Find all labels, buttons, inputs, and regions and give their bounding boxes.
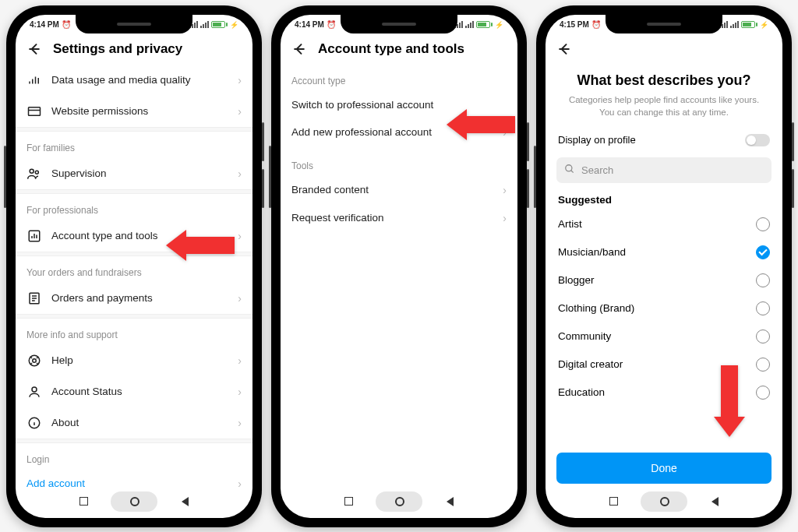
chart-box-icon [26, 228, 42, 244]
radio-unchecked-icon[interactable] [756, 273, 770, 287]
menu-supervision[interactable]: Supervision › [16, 158, 252, 189]
screen-subheading: Categories help people find accounts lik… [563, 93, 765, 118]
category-item[interactable]: Clothing (Brand) [546, 294, 782, 322]
radio-checked-icon[interactable] [756, 245, 770, 259]
menu-help[interactable]: Help › [16, 345, 252, 376]
side-button [792, 169, 794, 208]
category-label: Artist [558, 218, 582, 230]
category-label: Digital creator [558, 358, 623, 370]
nav-home-icon[interactable] [660, 497, 669, 506]
menu-data-usage[interactable]: Data usage and media quality › [16, 65, 252, 96]
back-button[interactable] [556, 41, 572, 57]
alarm-icon: ⏰ [591, 20, 601, 29]
menu-website-permissions[interactable]: Website permissions › [16, 96, 252, 127]
menu-about[interactable]: About › [16, 407, 252, 439]
alarm-icon: ⏰ [62, 20, 71, 29]
nav-home-icon[interactable] [130, 497, 139, 506]
radio-unchecked-icon[interactable] [756, 386, 770, 400]
side-button [269, 146, 271, 208]
menu-branded-content[interactable]: Branded content › [281, 176, 517, 204]
toggle-label: Display on profile [558, 134, 636, 146]
signal-icon [465, 21, 474, 28]
android-nav-bar [281, 488, 517, 515]
charging-icon: ⚡ [760, 21, 768, 29]
category-list: ArtistMusician/bandBloggerClothing (Bran… [546, 210, 782, 407]
back-button[interactable] [291, 41, 307, 57]
app-header: Settings and privacy [16, 35, 252, 65]
signal-icon [730, 21, 739, 28]
phone-notch [606, 15, 722, 33]
menu-label: Website permissions [51, 105, 228, 117]
status-time: 4:15 PM [560, 20, 589, 29]
nav-home-icon[interactable] [395, 497, 404, 506]
nav-back-icon[interactable] [182, 497, 189, 506]
section-more-info: More info and support [16, 319, 252, 345]
nav-back-icon[interactable] [711, 497, 719, 506]
android-nav-bar [546, 488, 782, 515]
nav-recents-icon[interactable] [344, 497, 353, 506]
svg-point-9 [566, 164, 572, 171]
chevron-right-icon: › [238, 417, 242, 429]
back-button[interactable] [26, 41, 42, 57]
category-item[interactable]: Artist [546, 210, 782, 238]
category-label: Community [558, 330, 611, 342]
svg-point-1 [30, 169, 34, 173]
chevron-right-icon: › [238, 167, 242, 180]
menu-label: About [51, 417, 228, 428]
radio-unchecked-icon[interactable] [756, 358, 770, 372]
menu-account-status[interactable]: Account Status › [16, 376, 252, 407]
menu-label: Orders and payments [51, 292, 228, 304]
help-icon [26, 353, 42, 368]
done-button[interactable]: Done [556, 453, 772, 484]
side-button [262, 122, 264, 161]
category-item[interactable]: Musician/band [546, 238, 782, 266]
category-item[interactable]: Blogger [546, 266, 782, 294]
phone-notch [76, 15, 192, 33]
android-nav-bar [16, 488, 252, 515]
side-button [4, 146, 6, 208]
section-tools: Tools [281, 146, 517, 176]
radio-unchecked-icon[interactable] [756, 217, 770, 231]
app-header: Account type and tools [281, 35, 517, 65]
person-icon [26, 384, 42, 400]
app-header [546, 35, 782, 57]
svg-point-7 [32, 387, 37, 392]
battery-icon [741, 21, 757, 28]
category-item[interactable]: Community [546, 322, 782, 351]
suggested-label: Suggested [546, 186, 782, 210]
menu-request-verification[interactable]: Request verification › [281, 204, 517, 232]
chevron-right-icon: › [503, 212, 507, 224]
radio-unchecked-icon[interactable] [756, 301, 770, 315]
charging-icon: ⚡ [230, 21, 238, 29]
search-input[interactable]: Search [556, 157, 772, 183]
people-icon [26, 166, 42, 181]
nav-back-icon[interactable] [447, 497, 454, 506]
menu-orders-payments[interactable]: Orders and payments › [16, 283, 252, 314]
nav-recents-icon[interactable] [609, 497, 618, 506]
category-label: Clothing (Brand) [558, 302, 634, 314]
menu-label: Branded content [291, 184, 503, 196]
side-button [792, 122, 794, 161]
chevron-right-icon: › [503, 184, 507, 196]
status-time: 4:14 PM [30, 20, 59, 29]
section-families: For families [16, 132, 252, 158]
chevron-right-icon: › [238, 354, 242, 367]
info-icon [26, 415, 42, 431]
chevron-right-icon: › [238, 105, 242, 118]
status-time: 4:14 PM [295, 20, 324, 29]
category-item[interactable]: Education [546, 379, 782, 407]
search-placeholder: Search [581, 164, 613, 176]
menu-add-account[interactable]: Add account › [16, 470, 252, 488]
section-professionals: For professionals [16, 194, 252, 220]
section-account-type: Account type [281, 65, 517, 91]
chevron-right-icon: › [238, 292, 242, 305]
menu-label: Supervision [51, 167, 228, 179]
phone-frame-1: 4:14 PM ⏰ ⚡ Settings and privacy [6, 5, 262, 527]
charging-icon: ⚡ [495, 21, 503, 29]
page-title: Account type and tools [318, 41, 464, 57]
display-on-profile-toggle[interactable] [745, 134, 770, 146]
nav-recents-icon[interactable] [79, 497, 88, 506]
annotation-arrow [447, 109, 515, 140]
category-item[interactable]: Digital creator [546, 351, 782, 379]
radio-unchecked-icon[interactable] [756, 329, 770, 344]
